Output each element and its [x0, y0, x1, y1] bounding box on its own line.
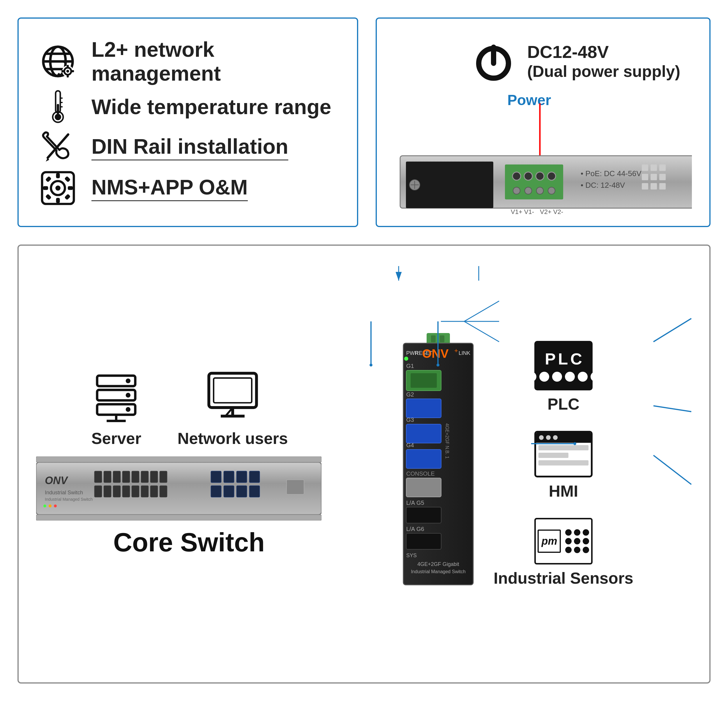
svg-line-155: [653, 406, 691, 412]
svg-point-82: [54, 505, 57, 508]
feature-item-nms: NMS+APP O&M: [39, 169, 337, 207]
wrench-tools-icon: [39, 129, 77, 166]
features-panel: L2+ network management Wid: [17, 17, 358, 227]
svg-text:L/A: L/A: [406, 499, 415, 506]
sensors-icon: pm: [534, 518, 592, 564]
svg-point-7: [66, 70, 69, 73]
svg-rect-89: [150, 471, 158, 483]
svg-rect-33: [64, 194, 71, 200]
svg-text:V2+ V2-: V2+ V2-: [540, 208, 563, 214]
hmi-icon: [534, 431, 592, 477]
svg-text:G5: G5: [416, 499, 424, 506]
svg-rect-135: [406, 450, 441, 469]
svg-rect-8: [67, 65, 69, 68]
svg-point-40: [536, 172, 544, 180]
svg-text:G4: G4: [406, 442, 414, 448]
svg-rect-131: [406, 399, 441, 418]
svg-point-67: [126, 393, 130, 397]
svg-rect-37: [505, 164, 563, 199]
svg-rect-91: [94, 486, 102, 497]
svg-point-43: [525, 187, 532, 194]
svg-rect-51: [659, 164, 666, 171]
svg-text:SYS: SYS: [406, 552, 417, 558]
svg-rect-95: [131, 486, 139, 497]
svg-rect-9: [67, 75, 69, 78]
svg-rect-29: [68, 186, 73, 190]
feature-item-din-rail: DIN Rail installation: [39, 129, 337, 166]
feature-label-nms: NMS+APP O&M: [91, 175, 248, 201]
power-wire-svg: V1+ V1- V2+ V2- • PoE: DC 44-56V: [394, 103, 692, 214]
svg-point-122: [404, 356, 408, 361]
svg-rect-105: [237, 486, 247, 497]
svg-rect-10: [61, 70, 64, 72]
svg-point-44: [536, 187, 543, 194]
svg-rect-96: [141, 486, 149, 497]
svg-text:G6: G6: [416, 526, 424, 532]
svg-rect-107: [286, 480, 304, 494]
plc-icon: P L C: [534, 341, 592, 390]
svg-text:LINK: LINK: [459, 350, 470, 356]
svg-rect-28: [43, 186, 48, 190]
svg-rect-30: [45, 176, 52, 183]
power-panel: DC12-48V (Dual power supply) Power: [376, 17, 711, 227]
bottom-panel: Server Network users: [17, 245, 711, 684]
dc-voltage-label: DC12-48V: [527, 42, 680, 62]
svg-text:V1+ V1-: V1+ V1-: [511, 208, 534, 214]
svg-rect-94: [122, 486, 130, 497]
svg-rect-104: [224, 486, 234, 497]
server-label: Server: [91, 429, 141, 448]
svg-rect-53: [650, 174, 657, 180]
power-device-image: Power: [394, 89, 692, 205]
svg-rect-118: [431, 335, 436, 342]
svg-rect-102: [249, 471, 260, 483]
svg-rect-108: [36, 456, 322, 462]
devices-row: Server Network users: [90, 371, 288, 448]
svg-point-17: [55, 114, 61, 120]
network-users-label: Network users: [177, 429, 288, 448]
svg-text:Industrial Switch: Industrial Switch: [45, 490, 83, 495]
svg-rect-138: [406, 478, 441, 497]
core-switch-svg: ONV Industrial Switch Industrial Managed…: [36, 456, 322, 521]
svg-rect-129: [410, 373, 437, 388]
svg-point-81: [49, 505, 52, 508]
plc-item: P L C: [534, 341, 592, 413]
svg-rect-56: [650, 183, 657, 189]
svg-rect-52: [642, 174, 648, 180]
svg-rect-103: [211, 486, 221, 497]
svg-text:CONSOLE: CONSOLE: [406, 470, 435, 477]
feature-item-temperature: Wide temperature range: [39, 88, 337, 126]
hmi-item: HMI: [534, 431, 592, 501]
svg-text:G1: G1: [406, 363, 414, 369]
svg-rect-97: [150, 486, 158, 497]
feature-item-network: L2+ network management: [39, 38, 337, 85]
svg-text:+: +: [454, 347, 458, 354]
top-row: L2+ network management Wid: [17, 17, 711, 227]
svg-rect-144: [406, 533, 441, 550]
feature-label-network: L2+ network management: [91, 38, 337, 85]
server-icon: [90, 371, 142, 423]
svg-text:4GE+2GF Gigabit: 4GE+2GF Gigabit: [417, 561, 459, 567]
power-symbol-icon: [472, 39, 516, 83]
svg-text:L/A: L/A: [406, 526, 415, 532]
svg-text:ONV: ONV: [45, 475, 68, 486]
svg-rect-55: [642, 183, 648, 189]
right-device-icons: P L C: [494, 341, 633, 587]
svg-point-25: [55, 186, 60, 191]
core-switch-area: ONV Industrial Switch Industrial Managed…: [36, 456, 342, 557]
network-globe-icon: [39, 42, 77, 80]
svg-point-45: [548, 187, 555, 194]
svg-rect-119: [440, 335, 444, 342]
svg-line-156: [653, 455, 691, 485]
svg-text:• DC: 12-48V: • DC: 12-48V: [581, 181, 625, 189]
svg-rect-26: [56, 173, 60, 178]
svg-rect-83: [94, 471, 102, 483]
svg-rect-76: [36, 462, 322, 515]
svg-rect-100: [224, 471, 234, 483]
feature-label-temperature: Wide temperature range: [91, 95, 331, 119]
core-switch-label: Core Switch: [36, 528, 342, 557]
monitor-icon: [205, 371, 260, 423]
hmi-label: HMI: [549, 482, 578, 501]
feature-label-din-rail: DIN Rail installation: [91, 134, 288, 160]
svg-rect-31: [64, 176, 71, 183]
svg-rect-90: [160, 471, 167, 483]
